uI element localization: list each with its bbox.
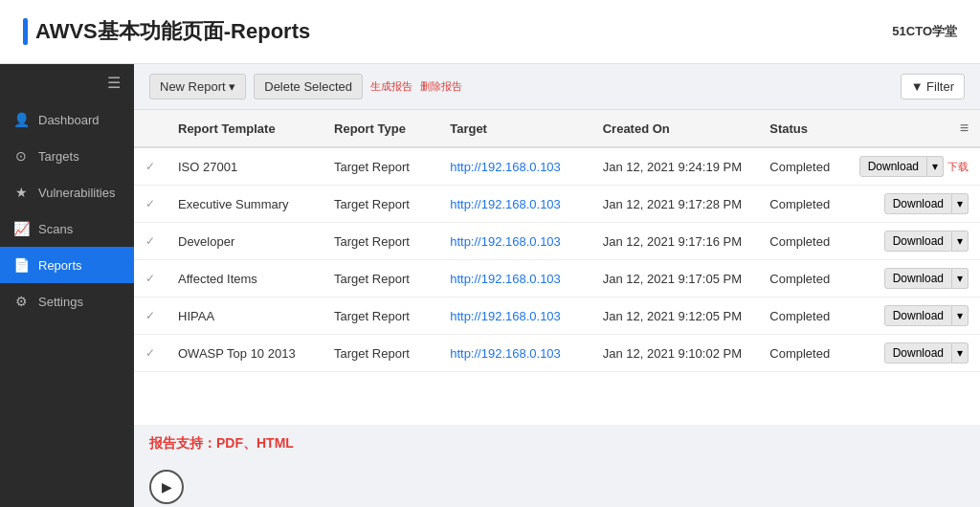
delete-selected-button[interactable]: Delete Selected [254,74,363,99]
page-header: AWVS基本功能页面-Reports 51CTO学堂 [0,0,980,64]
row-status-0: Completed [758,147,847,186]
download-button-5[interactable]: Download [884,342,952,364]
targets-icon: ⊙ [13,148,29,164]
row-type-1: Target Report [323,186,438,223]
row-template-2: Developer [167,223,323,260]
download-arrow-4[interactable]: ▾ [952,305,969,326]
row-template-5: OWASP Top 10 2013 [167,335,323,372]
col-check [134,110,167,147]
sidebar-item-scans[interactable]: 📈 Scans [0,210,134,247]
row-target-3: http://192.168.0.103 [438,260,591,298]
sidebar-label-dashboard: Dashboard [38,113,100,127]
download-button-1[interactable]: Download [884,193,952,214]
row-created-1: Jan 12, 2021 9:17:28 PM [591,186,759,223]
sidebar-item-vulnerabilities[interactable]: ★ Vulnerabilities [0,174,134,210]
col-type: Report Type [323,110,438,147]
table-row: ✓ Developer Target Report http://192.168… [134,223,980,260]
table-header-row: Report Template Report Type Target Creat… [134,110,980,147]
download-button-3[interactable]: Download [884,268,952,289]
row-check-3: ✓ [134,260,167,298]
row-created-3: Jan 12, 2021 9:17:05 PM [591,260,759,298]
table-row: ✓ ISO 27001 Target Report http://192.168… [134,147,980,186]
row-created-2: Jan 12, 2021 9:17:16 PM [591,223,759,260]
row-created-4: Jan 12, 2021 9:12:05 PM [591,298,759,335]
row-template-4: HIPAA [167,298,323,335]
download-arrow-1[interactable]: ▾ [952,193,969,214]
reports-icon: 📄 [13,257,29,273]
download-arrow-3[interactable]: ▾ [952,268,969,289]
row-actions-4: Download▾ [848,298,980,335]
row-check-5: ✓ [134,335,167,372]
col-actions: ≡ [848,110,980,147]
col-template: Report Template [167,110,323,147]
sidebar-label-settings: Settings [38,295,83,309]
sidebar-item-reports[interactable]: 📄 Reports [0,247,134,283]
row-target-5: http://192.168.0.103 [438,335,591,372]
bottom-area: 报告支持：PDF、HTML [134,425,980,462]
row-template-0: ISO 27001 [167,147,323,186]
row-target-4: http://192.168.0.103 [438,298,591,335]
table-settings-icon[interactable]: ≡ [960,120,969,136]
row-type-0: Target Report [323,147,438,186]
row-actions-3: Download▾ [848,260,980,298]
col-created: Created On [591,110,759,147]
toolbar-annotations: 生成报告 删除报告 [370,79,462,94]
row-type-4: Target Report [323,298,438,335]
download-button-4[interactable]: Download [884,305,952,326]
sidebar-item-dashboard[interactable]: 👤 Dashboard [0,101,134,138]
row-actions-1: Download▾ [848,186,980,223]
main-layout: ☰ 👤 Dashboard ⊙ Targets ★ Vulnerabilitie… [0,64,980,507]
main-content: New Report ▾ Delete Selected 生成报告 删除报告 ▼… [134,64,980,507]
table-row: ✓ HIPAA Target Report http://192.168.0.1… [134,298,980,335]
row-template-1: Executive Summary [167,186,323,223]
col-target: Target [438,110,591,147]
ann-new-label: 生成报告 [370,79,412,94]
site-brand: 51CTO学堂 [892,23,957,40]
row-type-2: Target Report [323,223,438,260]
row-type-3: Target Report [323,260,438,298]
sidebar-label-reports: Reports [38,258,82,273]
play-button[interactable]: ▶ [149,470,184,504]
filter-button[interactable]: ▼ Filter [901,74,965,99]
download-note-0: 下载 [947,160,969,174]
download-arrow-5[interactable]: ▾ [952,342,969,364]
row-target-0: http://192.168.0.103 [438,147,591,186]
menu-icon[interactable]: ☰ [0,64,134,101]
table-row: ✓ Executive Summary Target Report http:/… [134,186,980,223]
title-text: AWVS基本功能页面-Reports [35,17,310,46]
table-row: ✓ Affected Items Target Report http://19… [134,260,980,298]
toolbar: New Report ▾ Delete Selected 生成报告 删除报告 ▼… [134,64,980,110]
row-status-1: Completed [758,186,847,223]
sidebar-item-targets[interactable]: ⊙ Targets [0,138,134,174]
row-actions-2: Download▾ [848,223,980,260]
ann-delete-label: 删除报告 [420,79,462,94]
row-status-5: Completed [758,335,847,372]
download-button-2[interactable]: Download [884,231,952,252]
scans-icon: 📈 [13,221,29,236]
row-actions-0: Download▾下载 [848,147,980,186]
dashboard-icon: 👤 [13,112,29,127]
row-status-3: Completed [758,260,847,298]
row-check-4: ✓ [134,298,167,335]
download-button-0[interactable]: Download [859,156,927,177]
row-type-5: Target Report [323,335,438,372]
new-report-button[interactable]: New Report ▾ [149,74,246,99]
row-template-3: Affected Items [167,260,323,298]
row-status-2: Completed [758,223,847,260]
page-title: AWVS基本功能页面-Reports [23,17,310,46]
row-check-0: ✓ [134,147,167,186]
table-row: ✓ OWASP Top 10 2013 Target Report http:/… [134,335,980,372]
download-arrow-2[interactable]: ▾ [952,231,969,252]
settings-icon: ⚙ [13,294,29,309]
col-status: Status [758,110,847,147]
sidebar-item-settings[interactable]: ⚙ Settings [0,283,134,320]
reports-table-container: Report Template Report Type Target Creat… [134,110,980,425]
sidebar-label-targets: Targets [38,149,79,164]
row-created-0: Jan 12, 2021 9:24:19 PM [591,147,759,186]
vulnerabilities-icon: ★ [13,185,29,200]
download-arrow-0[interactable]: ▾ [927,156,944,177]
play-area: ▶ [134,462,980,507]
accent-bar [23,18,28,45]
reports-table: Report Template Report Type Target Creat… [134,110,980,372]
row-actions-5: Download▾ [848,335,980,372]
